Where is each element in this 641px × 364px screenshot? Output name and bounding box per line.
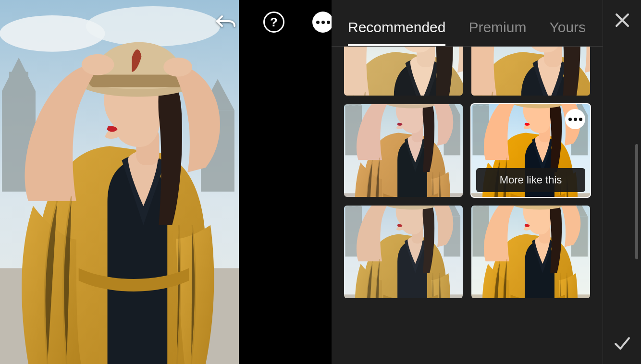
undo-button[interactable] (215, 13, 236, 30)
preset-grid: More like this (344, 47, 590, 298)
presets-panel: Recommended Premium Yours (332, 0, 603, 364)
confirm-button[interactable] (613, 333, 632, 352)
preset-grid-scroll[interactable]: More like this (332, 47, 603, 364)
preset-thumb[interactable] (344, 104, 463, 197)
close-icon (614, 12, 631, 29)
more-icon (316, 21, 330, 24)
right-controls (603, 0, 641, 364)
photo-illustration (471, 47, 590, 96)
preset-thumb-selected[interactable]: More like this (471, 104, 590, 197)
photo-illustration (471, 206, 590, 298)
tab-yours[interactable]: Yours (549, 19, 586, 46)
preset-thumb[interactable] (344, 47, 463, 96)
tabs: Recommended Premium Yours (332, 0, 603, 46)
preset-thumb[interactable] (344, 206, 463, 298)
tab-recommended[interactable]: Recommended (348, 19, 445, 46)
toolstrip: ? (245, 0, 332, 364)
undo-icon (215, 13, 236, 30)
close-button[interactable] (614, 12, 631, 29)
photo-illustration (344, 206, 463, 298)
preview-photo[interactable] (0, 0, 239, 364)
tab-premium[interactable]: Premium (468, 19, 526, 46)
photo-illustration (344, 47, 463, 96)
help-button[interactable]: ? (263, 12, 284, 33)
more-button[interactable] (312, 12, 333, 33)
app-root: ? Recommended Premium Yours (0, 0, 641, 364)
preset-thumb[interactable] (471, 206, 590, 298)
photo-illustration (0, 0, 239, 364)
preset-more-button[interactable] (565, 109, 585, 129)
preview-pane (0, 0, 245, 364)
checkmark-icon (613, 333, 632, 352)
preset-thumb[interactable] (471, 47, 590, 96)
preset-caption[interactable]: More like this (476, 168, 585, 192)
more-icon (568, 118, 582, 121)
help-icon: ? (270, 15, 278, 30)
photo-illustration (344, 104, 463, 197)
scrollbar-thumb[interactable] (635, 144, 638, 259)
